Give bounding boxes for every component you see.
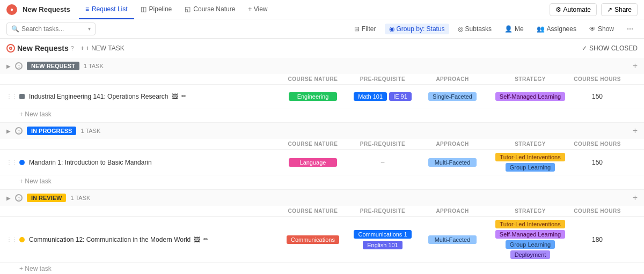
tab-pipeline-icon: ◫ xyxy=(141,5,147,13)
nav-title: New Requests xyxy=(23,5,70,13)
page-status-icon xyxy=(6,44,15,53)
strategy-tag: Self-Managed Learning xyxy=(495,230,565,239)
subtasks-button[interactable]: ◎ Subtasks xyxy=(453,24,496,34)
group-count-new_request: 1 TASK xyxy=(84,63,104,69)
tab-course-nature[interactable]: ◱ Course Nature xyxy=(178,0,241,19)
approach-tag: Multi-Faceted xyxy=(428,158,477,167)
strategy-tag: Self-Managed Learning xyxy=(495,92,565,101)
me-label: Me xyxy=(515,25,524,33)
table-row: ⋮⋮ Mandarin 1: Introduction to Basic Man… xyxy=(0,150,644,175)
prereq-tag: IE 91 xyxy=(389,92,412,101)
task-hours: 150 xyxy=(573,93,621,100)
status-badge-in_progress: IN PROGRESS xyxy=(27,127,76,135)
task-name[interactable]: Communication 12: Communication in the M… xyxy=(29,236,278,243)
toolbar-right: ⊟ Filter ◉ Group by: Status ◎ Subtasks 👤… xyxy=(350,24,638,34)
main-content: ▶ ○ NEW REQUEST 1 TASK + COURSE NATURE P… xyxy=(0,58,644,274)
group-add-button-new_request[interactable]: + xyxy=(633,61,638,71)
nature-tag: Engineering xyxy=(289,92,337,101)
task-marker xyxy=(19,94,25,99)
task-name-text: Industrial Engineering 141: Operations R… xyxy=(29,93,169,100)
subtasks-icon: ◎ xyxy=(458,25,463,33)
tab-request-list[interactable]: ≡ Request List xyxy=(79,0,134,19)
automate-button[interactable]: ⚙ Automate xyxy=(550,3,597,16)
approach-tag: Single-Faceted xyxy=(428,92,477,101)
task-marker xyxy=(19,160,25,165)
tab-pipeline-label: Pipeline xyxy=(149,5,172,13)
col-prereq-header: PRE-REQUISITE xyxy=(348,208,418,214)
search-box[interactable]: 🔍 ▾ xyxy=(6,23,96,35)
show-icon: 👁 xyxy=(589,25,596,33)
group-add-button-in_review[interactable]: + xyxy=(633,193,638,203)
link-icon: ✏ xyxy=(181,93,186,100)
col-hours-header: COURSE HOURS xyxy=(573,141,621,147)
strategy-tag: Tutor-Led Interventions xyxy=(495,220,565,228)
group-add-button-in_progress[interactable]: + xyxy=(633,126,638,136)
show-closed-label: SHOW CLOSED xyxy=(589,45,638,52)
nature-tag: Language xyxy=(289,158,337,167)
group-section-in_progress: ▶ ○ IN PROGRESS 1 TASK + COURSE NATURE P… xyxy=(0,123,644,190)
tab-pipeline[interactable]: ◫ Pipeline xyxy=(134,0,179,19)
tab-add-view[interactable]: + View xyxy=(241,0,274,19)
new-task-row[interactable]: + New task xyxy=(0,108,644,122)
show-label: Show xyxy=(598,25,614,33)
plus-icon: + xyxy=(80,45,84,52)
group-header-new_request[interactable]: ▶ ○ NEW REQUEST 1 TASK + xyxy=(0,58,644,74)
new-task-header-label: + NEW TASK xyxy=(86,45,125,52)
group-toggle-circle: ○ xyxy=(15,127,23,135)
task-name[interactable]: Mandarin 1: Introduction to Basic Mandar… xyxy=(29,159,278,166)
task-col-nature: Language xyxy=(278,158,348,167)
group-section-new_request: ▶ ○ NEW REQUEST 1 TASK + COURSE NATURE P… xyxy=(0,58,644,123)
strategy-tag: Group Learning xyxy=(506,163,555,172)
attachment-icon: 🖼 xyxy=(172,93,178,100)
task-col-prereq: Math 101IE 91 xyxy=(348,92,418,101)
search-input[interactable] xyxy=(21,25,86,33)
task-hours: 180 xyxy=(573,236,621,243)
more-options-button[interactable]: ⋯ xyxy=(623,24,638,34)
strategy-tag: Tutor-Led Interventions xyxy=(495,153,565,161)
col-hours-header: COURSE HOURS xyxy=(573,208,621,214)
share-button[interactable]: ↗ Share xyxy=(601,3,638,16)
nav-tabs: ≡ Request List ◫ Pipeline ◱ Course Natur… xyxy=(79,0,274,19)
tab-course-nature-icon: ◱ xyxy=(185,5,191,13)
me-button[interactable]: 👤 Me xyxy=(500,24,528,34)
task-col-approach: Multi-Faceted xyxy=(418,235,487,244)
filter-button[interactable]: ⊟ Filter xyxy=(350,24,380,34)
group-toggle-circle: ○ xyxy=(15,194,23,202)
task-name-text: Mandarin 1: Introduction to Basic Mandar… xyxy=(29,159,152,166)
help-icon[interactable]: ? xyxy=(71,45,74,51)
task-name[interactable]: Industrial Engineering 141: Operations R… xyxy=(29,93,278,100)
group-section-in_review: ▶ ○ IN REVIEW 1 TASK + COURSE NATURE PRE… xyxy=(0,190,644,274)
show-closed-button[interactable]: ✓ SHOW CLOSED xyxy=(582,45,638,52)
new-task-row[interactable]: + New task xyxy=(0,175,644,189)
group-by-label: Group by: Status xyxy=(397,25,445,33)
col-nature-header: COURSE NATURE xyxy=(278,141,348,147)
assignees-button[interactable]: 👥 Assignees xyxy=(532,24,581,34)
attachment-icon: 🖼 xyxy=(194,236,200,243)
show-button[interactable]: 👁 Show xyxy=(585,24,618,34)
page-header: New Requests ? + + NEW TASK ✓ SHOW CLOSE… xyxy=(0,39,644,58)
col-nature-header: COURSE NATURE xyxy=(278,76,348,82)
drag-handle: ⋮⋮ xyxy=(6,236,17,242)
group-header-in_review[interactable]: ▶ ○ IN REVIEW 1 TASK + xyxy=(0,190,644,206)
search-dropdown-icon[interactable]: ▾ xyxy=(88,26,91,32)
col-hours-header: COURSE HOURS xyxy=(573,76,621,82)
col-strategy-header: STRATEGY xyxy=(487,141,573,147)
app-logo: ● xyxy=(6,4,17,15)
automate-label: Automate xyxy=(564,6,591,13)
new-task-plus: + New task xyxy=(19,110,52,118)
assignees-label: Assignees xyxy=(547,25,576,33)
task-col-strategy: Self-Managed Learning xyxy=(487,92,573,101)
group-toggle-icon: ▶ xyxy=(6,128,11,134)
search-icon: 🔍 xyxy=(11,25,19,33)
group-header-in_progress[interactable]: ▶ ○ IN PROGRESS 1 TASK + xyxy=(0,123,644,139)
new-task-header-button[interactable]: + + NEW TASK xyxy=(76,43,129,54)
new-task-row[interactable]: + New task xyxy=(0,263,644,274)
approach-tag: Multi-Faceted xyxy=(428,235,477,244)
drag-handle: ⋮⋮ xyxy=(6,93,17,99)
link-icon: ✏ xyxy=(203,236,208,243)
col-approach-header: APPROACH xyxy=(418,208,487,214)
col-strategy-header: STRATEGY xyxy=(487,76,573,82)
prereq-tag: Math 101 xyxy=(354,92,387,101)
assignees-icon: 👥 xyxy=(537,25,545,33)
group-by-button[interactable]: ◉ Group by: Status xyxy=(385,24,449,34)
